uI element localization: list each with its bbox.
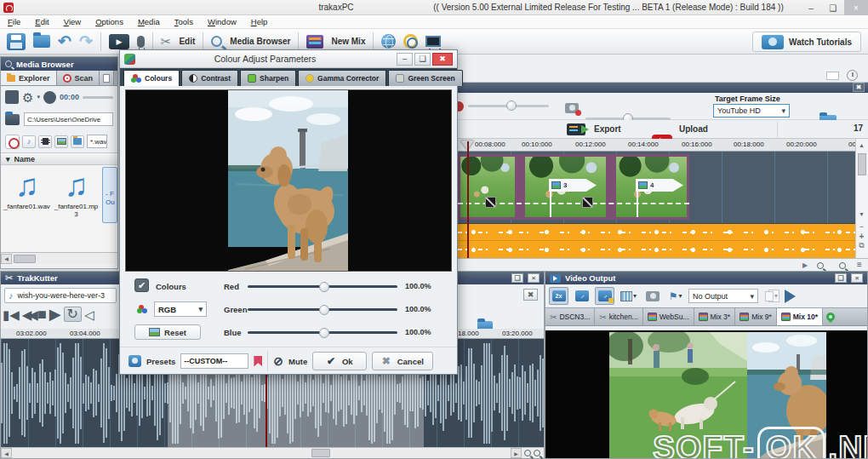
folder-filter-icon[interactable]	[71, 135, 84, 148]
red-slider-thumb[interactable]	[319, 282, 329, 292]
mini-window-icon[interactable]	[826, 72, 839, 80]
scroll-left-icon[interactable]: ◀	[1, 448, 12, 458]
record-level-slider[interactable]	[83, 96, 113, 99]
file-list-hscrollbar[interactable]: ◀	[1, 252, 117, 264]
restore-button[interactable]: ❑	[822, 0, 844, 15]
presentation-icon[interactable]	[425, 36, 441, 47]
blue-slider[interactable]	[248, 331, 397, 334]
tk-scroll-thumb[interactable]	[311, 449, 330, 457]
gear-icon[interactable]: ⚙	[22, 91, 33, 104]
volume-envelope[interactable]	[458, 224, 855, 241]
track-list-icon[interactable]: ≡	[857, 260, 862, 269]
image-filter-icon[interactable]	[54, 135, 68, 148]
scroll-up-icon[interactable]: ▲	[856, 141, 867, 150]
panel-restore-icon[interactable]: ❑	[835, 273, 847, 283]
tab-greenscreen[interactable]: Green Screen	[388, 70, 462, 86]
zoom-slider[interactable]	[468, 105, 549, 107]
prev-section-icon[interactable]: ◁	[84, 308, 94, 321]
tab-mix9[interactable]: Mix 9*	[735, 308, 777, 325]
tab-dscn[interactable]: ✂DSCN3...	[545, 308, 595, 325]
audio-track[interactable]	[458, 223, 855, 258]
edit-button[interactable]: Edit	[179, 37, 195, 46]
video-track[interactable]: 3 4	[458, 152, 855, 223]
lock-aspect-button[interactable]: ↔	[595, 287, 614, 305]
mute-icon[interactable]: ⊘	[273, 354, 283, 368]
skip-start-icon[interactable]: ▮◀	[3, 308, 20, 321]
history-clock-icon[interactable]	[847, 70, 858, 81]
locate-pin-icon[interactable]	[823, 308, 838, 325]
tab-contrast[interactable]: Contrast	[181, 70, 238, 86]
new-mix-button[interactable]: New Mix	[331, 37, 365, 46]
play-icon[interactable]: ▶	[49, 307, 61, 322]
presets-field[interactable]: --CUSTOM--	[180, 353, 248, 369]
dialog-titlebar[interactable]: Colour Adjust Parameters – ❑ ✖	[120, 50, 457, 68]
rewind-icon[interactable]: ◀◀	[22, 308, 35, 321]
cancel-button[interactable]: ✖ Cancel	[372, 352, 433, 370]
record-target-icon[interactable]	[5, 135, 20, 149]
timeline-scrollbar[interactable]: ▶ ≡	[458, 258, 868, 271]
vscroll-thumb[interactable]	[858, 153, 866, 175]
minimize-button[interactable]: –	[800, 0, 822, 15]
web-globe-icon[interactable]	[381, 34, 396, 49]
colours-checkbox[interactable]: ✔	[134, 278, 149, 292]
output-device-select[interactable]: No Output ▾	[688, 289, 758, 303]
tab-websu[interactable]: WebSu...	[643, 308, 694, 325]
menu-edit[interactable]: Edit	[35, 17, 49, 26]
tab-recordings[interactable]	[100, 71, 114, 85]
dialog-close-icon[interactable]: ✖	[432, 53, 453, 66]
preview-play-icon[interactable]: ▶	[109, 34, 129, 49]
panel-close-icon[interactable]: ×	[528, 273, 540, 283]
record-icon[interactable]	[43, 91, 56, 104]
marker-flag-button[interactable]: ⚑▾	[665, 287, 685, 305]
clip-close-icon[interactable]: ✖	[523, 289, 538, 301]
track-name-field[interactable]: ♪ wish-you-were-here-ver-3	[4, 288, 117, 303]
scroll-right-icon[interactable]: ▶	[511, 448, 522, 458]
zoom-slider-thumb[interactable]	[506, 100, 517, 111]
dialog-maximize-icon[interactable]: ❑	[414, 53, 431, 66]
collapse-tracks-icon[interactable]: −	[856, 222, 867, 232]
reset-button[interactable]: Reset	[134, 324, 201, 340]
undo-icon[interactable]: ↶	[58, 34, 71, 49]
browse-folder-icon[interactable]	[5, 114, 20, 125]
menu-tools[interactable]: Tools	[174, 17, 193, 26]
volume-envelope[interactable]	[458, 241, 855, 258]
help-lifering-icon[interactable]	[403, 34, 418, 49]
tab-mix3[interactable]: Mix 3*	[694, 308, 736, 325]
name-column-header[interactable]: ▾ Name	[1, 152, 117, 165]
menu-window[interactable]: Window	[208, 17, 237, 26]
menu-media[interactable]: Media	[138, 17, 160, 26]
loop-icon[interactable]: ↻	[64, 307, 82, 322]
edit-scissors-icon[interactable]: ✂	[161, 34, 172, 49]
new-mix-icon[interactable]	[306, 35, 323, 49]
channel-mode-select[interactable]: RGB ▾	[154, 301, 207, 317]
panel-close-icon[interactable]: ×	[851, 273, 863, 283]
blue-slider-thumb[interactable]	[319, 328, 329, 338]
microphone-icon[interactable]	[137, 36, 145, 48]
preview-play-button[interactable]	[785, 290, 796, 303]
media-browser-icon[interactable]	[211, 36, 222, 47]
stop-icon[interactable]: ■	[37, 307, 47, 322]
frame-camera-icon[interactable]	[565, 103, 579, 113]
zoom-out-icon[interactable]	[524, 450, 531, 456]
open-folder-icon[interactable]	[33, 35, 50, 48]
select-region-icon[interactable]: ⧉	[856, 241, 867, 250]
trakkutter-scrollbar[interactable]: ◀ ▶	[1, 447, 544, 458]
media-browser-button[interactable]: Media Browser	[230, 37, 290, 46]
grid-overlay-button[interactable]: ▾	[618, 287, 639, 305]
file-item-selected[interactable]: - F Ou	[102, 167, 117, 223]
tab-explorer[interactable]: Explorer	[1, 71, 57, 85]
hscroll-thumb[interactable]	[14, 255, 36, 263]
dialog-minimize-icon[interactable]: –	[397, 53, 413, 66]
file-item[interactable]: ♫ _fanfare01.wav	[3, 169, 50, 210]
scroll-left-icon[interactable]: ◀	[1, 254, 12, 264]
redo-icon[interactable]: ↷	[79, 34, 93, 49]
transition-icon[interactable]	[485, 197, 496, 208]
zoom-in-icon[interactable]	[839, 262, 846, 269]
timeline-ruler[interactable]: 00:08:000 00:10:000 00:12:000 00:14:000 …	[458, 139, 855, 152]
green-slider-thumb[interactable]	[319, 305, 329, 315]
stop-record-icon[interactable]	[5, 90, 19, 104]
export-button[interactable]: Export	[594, 124, 621, 134]
menu-help[interactable]: Help	[251, 17, 268, 26]
scroll-down-icon[interactable]: ▼	[856, 209, 867, 219]
zoom-out-icon[interactable]	[817, 262, 824, 269]
